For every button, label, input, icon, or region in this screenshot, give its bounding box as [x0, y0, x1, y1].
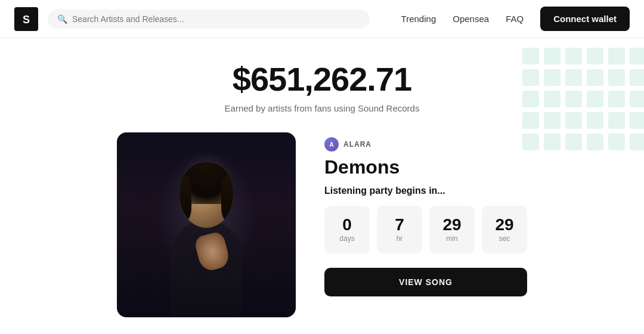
view-song-button[interactable]: VIEW SONG [324, 268, 527, 296]
release-card: A ALARA Demons Listening party begins in… [81, 132, 563, 317]
countdown-minutes-value: 29 [442, 217, 461, 233]
song-info: A ALARA Demons Listening party begins in… [324, 132, 527, 296]
song-title: Demons [324, 156, 527, 178]
listening-party-label: Listening party begins in... [324, 185, 527, 196]
countdown-seconds: 29 sec [482, 206, 527, 253]
album-art [117, 132, 296, 317]
logo[interactable]: S [14, 7, 38, 31]
header: S 🔍 Trending Opensea FAQ Connect wallet [0, 0, 644, 38]
main-content: $651,262.71 Earned by artists from fans … [0, 38, 644, 317]
nav: Trending Opensea FAQ Connect wallet [401, 7, 630, 31]
artist-row: A ALARA [324, 137, 527, 151]
connect-wallet-button[interactable]: Connect wallet [540, 7, 630, 31]
countdown-seconds-value: 29 [495, 217, 513, 233]
countdown-hours-label: hr [397, 234, 403, 243]
search-container: 🔍 [48, 10, 370, 29]
artist-avatar: A [324, 137, 339, 151]
sound-logo-icon: S [14, 7, 38, 31]
nav-trending[interactable]: Trending [401, 14, 436, 24]
nav-faq[interactable]: FAQ [506, 14, 524, 24]
countdown-days: 0 days [324, 206, 370, 253]
hero-amount: $651,262.71 [233, 60, 411, 98]
countdown-minutes-label: min [446, 234, 457, 243]
countdown-days-label: days [339, 234, 354, 243]
countdown-hours: 7 hr [377, 206, 422, 253]
artist-name: ALARA [343, 140, 371, 149]
hero-subtitle: Earned by artists from fans using Sound … [225, 103, 420, 113]
countdown-seconds-label: sec [499, 234, 510, 243]
countdown-days-value: 0 [342, 217, 352, 233]
search-icon: 🔍 [57, 14, 67, 24]
search-input[interactable] [72, 14, 360, 24]
countdown-hours-value: 7 [395, 217, 404, 233]
portrait-figure [147, 150, 266, 317]
svg-text:S: S [23, 13, 30, 25]
countdown-row: 0 days 7 hr 29 min 29 sec [324, 206, 527, 253]
nav-opensea[interactable]: Opensea [453, 14, 489, 24]
countdown-minutes: 29 min [429, 206, 475, 253]
